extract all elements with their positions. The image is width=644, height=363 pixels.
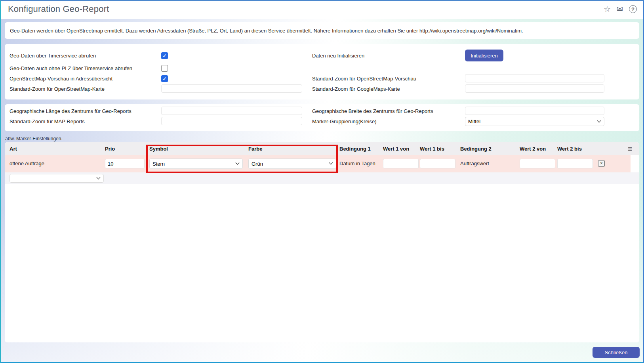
mail-icon[interactable]: ✉ <box>617 5 623 13</box>
dialog-content: Geo-Daten werden über OpenStreetmap ermi… <box>1 19 643 362</box>
titlebar: Konfiguration Geo-Report ☆ ✉ ? <box>1 1 643 19</box>
checkbox-geodaten-timerservice[interactable]: ✓ <box>161 52 168 59</box>
cell-symbol-select[interactable]: Stern <box>149 159 243 169</box>
cell-bedingung1: Datum in Tagen <box>339 160 375 166</box>
chevron-down-icon <box>236 161 240 165</box>
label-zoom-googlemaps: Standard-Zoom für GoogleMaps-Karte <box>312 86 400 92</box>
select-marker-gruppierung[interactable]: Mittel <box>465 117 604 126</box>
schliessen-button[interactable]: Schließen <box>593 347 640 358</box>
checkbox-geodaten-ohne-plz[interactable] <box>161 65 168 72</box>
marker-table-header: Art Prio Symbol Farbe Bedingung 1 Wert 1… <box>5 142 639 155</box>
cell-bedingung2: Auftragswert <box>460 160 489 166</box>
label-zoom-osm-vorschau: Standard-Zoom für OpenStreetMap-Vorschau <box>312 76 416 82</box>
delete-row-icon[interactable]: × <box>598 160 605 167</box>
help-icon[interactable]: ? <box>629 5 637 13</box>
input-geo-laenge[interactable] <box>161 107 302 115</box>
input-zoom-googlemaps[interactable] <box>465 84 604 93</box>
page-title: Konfiguration Geo-Report <box>8 4 109 14</box>
info-banner: Geo-Daten werden über OpenStreetmap ermi… <box>5 22 639 39</box>
input-geo-breite[interactable] <box>465 107 604 115</box>
label-zoom-osm-karte: Standard-Zoom für OpenStreetMap-Karte <box>10 86 105 92</box>
select-marker-gruppierung-value: Mittel <box>468 118 480 124</box>
label-marker-gruppierung: Marker-Gruppierung(Kreise) <box>312 118 377 124</box>
new-row-stripe <box>5 172 639 184</box>
check-icon: ✓ <box>162 53 166 59</box>
input-zoom-osm-vorschau[interactable] <box>465 74 604 82</box>
info-banner-text: Geo-Daten werden über OpenStreetmap ermi… <box>10 28 523 34</box>
col-farbe: Farbe <box>248 146 262 152</box>
input-zoom-osm-karte[interactable] <box>161 84 302 93</box>
col-wert2von: Wert 2 von <box>520 146 546 152</box>
titlebar-icons: ☆ ✉ ? <box>604 5 637 13</box>
config-geo-report-dialog: Konfiguration Geo-Report ☆ ✉ ? Geo-Daten… <box>0 0 644 363</box>
check-icon: ✓ <box>162 76 166 82</box>
col-wert1von: Wert 1 von <box>383 146 409 152</box>
cell-wert2von-input[interactable] <box>520 159 555 168</box>
cell-farbe-select[interactable]: Grün <box>248 159 336 169</box>
label-geodaten-ohne-plz: Geo-Daten auch ohne PLZ über Timerservic… <box>10 65 132 71</box>
label-daten-neu-initialisieren: Daten neu Initialisieren <box>312 53 364 59</box>
checkbox-osm-vorschau[interactable]: ✓ <box>161 75 168 82</box>
col-art: Art <box>10 146 17 152</box>
chevron-down-icon <box>597 118 601 122</box>
initialisieren-button[interactable]: Initialisieren <box>465 50 503 61</box>
marker-table-caption: abw. Marker-Einstellungen. <box>5 136 63 141</box>
table-menu-icon[interactable]: ≡ <box>628 145 632 153</box>
cell-wert2bis-input[interactable] <box>557 159 593 168</box>
col-bedingung2: Bedingung 2 <box>460 146 492 152</box>
cell-wert1von-input[interactable] <box>383 159 419 168</box>
input-zoom-map-reports[interactable] <box>161 117 302 125</box>
marker-table: Art Prio Symbol Farbe Bedingung 1 Wert 1… <box>5 142 639 342</box>
col-bedingung1: Bedingung 1 <box>339 146 371 152</box>
cell-symbol-value: Stern <box>152 161 165 167</box>
col-symbol: Symbol <box>149 146 168 152</box>
label-zoom-map-reports: Standard-Zoom für MAP Reports <box>10 118 85 124</box>
cell-farbe-value: Grün <box>252 161 263 167</box>
new-row-art-select[interactable] <box>10 174 104 183</box>
table-row: offene Aufträge Stern Grün Datum in Tage… <box>5 155 631 172</box>
geo-settings-card: Geographische Länge des Zentrums für Geo… <box>5 104 639 131</box>
label-osm-vorschau: OpenStreetMap-Vorschau in Adressübersich… <box>10 76 112 82</box>
label-geodaten-timerservice: Geo-Daten über Timerservice abrufen <box>10 53 96 59</box>
col-wert1bis: Wert 1 bis <box>420 146 444 152</box>
general-settings-card: Geo-Daten über Timerservice abrufen ✓ Ge… <box>5 44 639 99</box>
chevron-down-icon <box>97 176 101 180</box>
cell-wert1bis-input[interactable] <box>420 159 455 168</box>
label-geo-laenge: Geographische Länge des Zentrums für Geo… <box>10 108 131 114</box>
favorite-star-icon[interactable]: ☆ <box>604 5 611 13</box>
col-prio: Prio <box>105 146 115 152</box>
cell-art: offene Aufträge <box>10 160 44 166</box>
cell-prio-input[interactable] <box>105 159 145 168</box>
label-geo-breite: Geographische Breite des Zentrums für Ge… <box>312 108 433 114</box>
col-wert2bis: Wert 2 bis <box>557 146 582 152</box>
chevron-down-icon <box>329 161 333 165</box>
